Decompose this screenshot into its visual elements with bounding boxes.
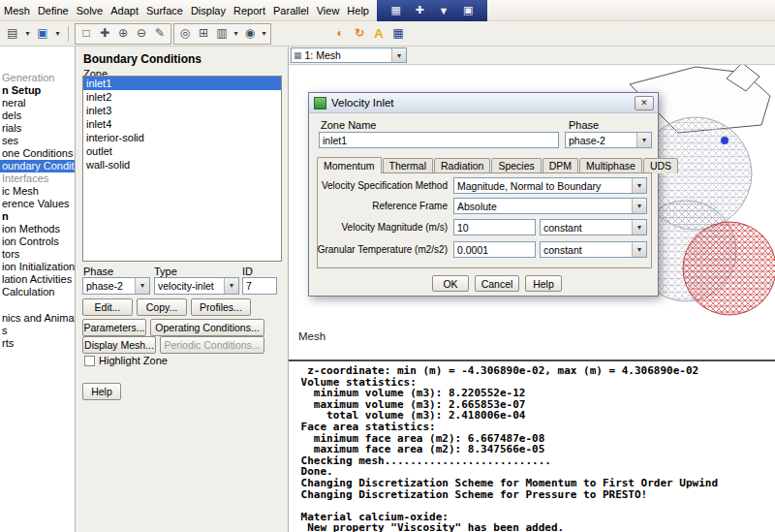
chevron-down-icon[interactable]: ▾	[260, 25, 268, 43]
iterate-icon[interactable]: ↻	[351, 25, 368, 43]
tree-item-mesh-interfaces[interactable]: Interfaces	[0, 172, 75, 185]
document-icon[interactable]: ▤	[4, 25, 21, 43]
display-mesh-button[interactable]: Display Mesh...	[82, 336, 156, 354]
menu-display[interactable]: Display	[187, 0, 230, 21]
mde-icon[interactable]: ▦	[389, 25, 407, 43]
graphics-window-select[interactable]: ▦ 1: Mesh ▾	[291, 47, 407, 63]
tree-item-monitors[interactable]: tors	[0, 248, 75, 261]
profiles-button[interactable]: Profiles...	[191, 298, 251, 316]
operating-conditions-button[interactable]: Operating Conditions...	[150, 319, 264, 336]
zone-list[interactable]: inlet1 inlet2 inlet3 inlet4 interior-sol…	[82, 76, 282, 262]
granular-temperature-input[interactable]: 0.0001	[453, 241, 536, 258]
tab-dpm[interactable]: DPM	[542, 158, 578, 173]
menu-surface[interactable]: Surface	[142, 0, 187, 21]
menu-view[interactable]: View	[313, 0, 344, 21]
tree-item-solution[interactable]: n	[0, 210, 75, 223]
ime-toolbar[interactable]: ▦ ✚ ▼ ▣	[377, 0, 487, 21]
console-output[interactable]: z-coordinate: min (m) = -4.306890e-02, m…	[289, 360, 775, 532]
tab-radiation[interactable]: Radiation	[434, 158, 490, 173]
console-line: Changing Discretization Scheme for Press…	[294, 489, 775, 501]
help-button[interactable]: Help	[82, 383, 121, 400]
velocity-inlet-dialog: Velocity Inlet ✕ Zone Name Phase inlet1 …	[308, 92, 659, 297]
dialog-phase-select[interactable]: phase-2 ▾	[565, 132, 652, 148]
tree-item-reports[interactable]: rts	[0, 337, 75, 350]
tab-momentum[interactable]: Momentum	[317, 157, 382, 173]
zoom-in-icon[interactable]: ⊕	[114, 25, 132, 43]
tab-multiphase[interactable]: Multiphase	[579, 158, 642, 173]
velocity-magnitude-profile-select[interactable]: constant ▾	[540, 219, 647, 235]
tree-item-general[interactable]: neral	[0, 97, 75, 110]
tree-item-problem-setup[interactable]: n Setup	[0, 84, 75, 97]
chevron-down-icon[interactable]: ▾	[232, 25, 240, 43]
tree-item-run-calculation[interactable]: Calculation	[0, 286, 75, 298]
zone-list-item[interactable]: wall-solid	[83, 158, 281, 172]
dialog-title-bar[interactable]: Velocity Inlet	[309, 93, 658, 113]
zone-name-field[interactable]: inlet1	[319, 132, 559, 148]
journal-icon[interactable]: ◐	[331, 25, 349, 43]
ime-icon[interactable]: ▼	[438, 5, 449, 16]
tree-item-phases[interactable]: ses	[0, 135, 75, 147]
velocity-magnitude-input[interactable]: 10	[453, 219, 536, 235]
edit-button[interactable]: Edit...	[82, 298, 133, 316]
close-icon[interactable]: ✕	[635, 96, 654, 110]
tree-item-reference-values[interactable]: erence Values	[0, 198, 75, 210]
save-icon[interactable]: ▣	[34, 25, 51, 43]
chevron-down-icon[interactable]: ▾	[23, 25, 32, 43]
highlight-zone-checkbox[interactable]	[84, 356, 95, 366]
chevron-down-icon: ▾	[391, 48, 406, 62]
tree-item-models[interactable]: dels	[0, 110, 75, 122]
tree-item-graphics-animations[interactable]: nics and Animations	[0, 312, 75, 325]
tree-item-materials[interactable]: rials	[0, 122, 75, 135]
tab-uds[interactable]: UDS	[643, 158, 678, 173]
reference-frame-select[interactable]: Absolute ▾	[453, 198, 647, 214]
granular-temperature-profile-select[interactable]: constant ▾	[540, 241, 647, 258]
pan-icon[interactable]: ✚	[96, 25, 113, 43]
tab-thermal[interactable]: Thermal	[383, 158, 434, 173]
zone-list-item[interactable]: inlet1	[83, 77, 281, 90]
menu-report[interactable]: Report	[230, 0, 269, 21]
menu-help[interactable]: Help	[343, 0, 373, 21]
menu-mesh[interactable]: Mesh	[0, 0, 34, 21]
cancel-button[interactable]: Cancel	[475, 275, 519, 292]
tab-species[interactable]: Species	[491, 158, 541, 173]
tree-item-dynamic-mesh[interactable]: ic Mesh	[0, 185, 75, 198]
ime-icon[interactable]: ▦	[391, 4, 401, 16]
ok-button[interactable]: OK	[432, 275, 469, 292]
reference-frame-value: Absolute	[454, 201, 632, 212]
tree-item-solution-methods[interactable]: ion Methods	[0, 223, 75, 235]
zone-list-item[interactable]: outlet	[83, 144, 281, 158]
zoom-window-icon[interactable]: □	[78, 25, 95, 43]
menu-solve[interactable]: Solve	[73, 0, 108, 21]
query-icon[interactable]: ◎	[176, 25, 194, 43]
tree-item-calculation-activities[interactable]: lation Activities	[0, 273, 75, 286]
tree-item-boundary-conditions[interactable]: oundary Conditions	[0, 160, 75, 172]
menu-adapt[interactable]: Adapt	[107, 0, 142, 21]
units-icon[interactable]: ⊞	[195, 25, 212, 43]
point-icon[interactable]: ◉	[241, 25, 259, 43]
ime-icon[interactable]: ✚	[416, 4, 424, 16]
type-select[interactable]: velocity-inlet ▾	[154, 277, 239, 295]
velocity-spec-method-select[interactable]: Magnitude, Normal to Boundary ▾	[453, 177, 647, 194]
probe-icon[interactable]: ✎	[151, 25, 169, 43]
phase-select[interactable]: phase-2 ▾	[82, 277, 150, 295]
tree-item-cell-zone-conditions[interactable]: one Conditions	[0, 147, 75, 160]
menu-parallel[interactable]: Parallel	[269, 0, 313, 21]
annotate-icon[interactable]: A	[370, 25, 388, 43]
chevron-down-icon[interactable]: ▾	[53, 25, 62, 43]
surface-pattern-icon[interactable]: ▥	[213, 25, 231, 43]
zone-list-item[interactable]: inlet2	[83, 90, 281, 104]
zone-list-item[interactable]: inlet3	[83, 104, 281, 117]
menu-define[interactable]: Define	[34, 0, 73, 21]
query-tools-group: ◎ ⊞ ▥ ▾ ◉ ▾	[173, 23, 271, 45]
ime-icon[interactable]: ▣	[463, 4, 473, 16]
zoom-out-icon[interactable]: ⊖	[133, 25, 150, 43]
parameters-button[interactable]: Parameters...	[82, 319, 146, 336]
copy-button[interactable]: Copy...	[137, 298, 187, 316]
dialog-help-button[interactable]: Help	[525, 275, 562, 292]
tree-item-solution-controls[interactable]: ion Controls	[0, 235, 75, 248]
zone-list-item[interactable]: inlet4	[83, 117, 281, 131]
tree-item-plots[interactable]: s	[0, 325, 75, 337]
zone-list-item[interactable]: interior-solid	[83, 131, 281, 144]
tree-item-mesh-generation[interactable]: Generation	[0, 72, 75, 84]
tree-item-solution-initialization[interactable]: ion Initialization	[0, 261, 75, 273]
